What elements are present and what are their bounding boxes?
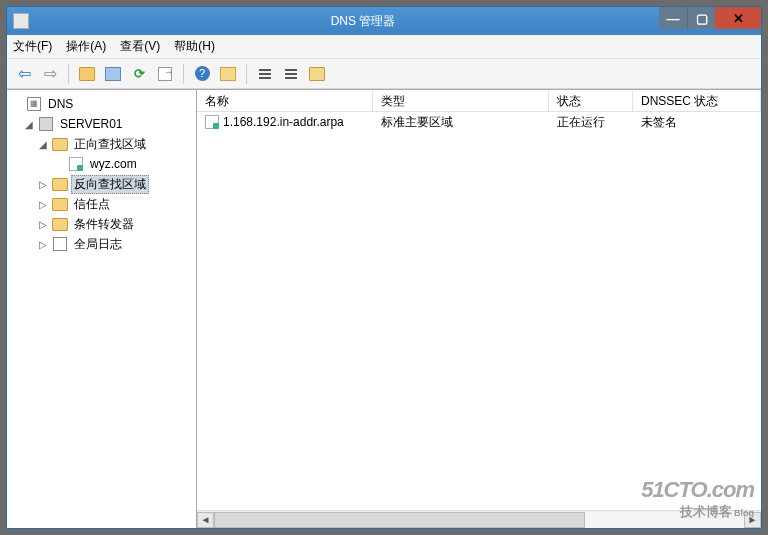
tree-label: 反向查找区域 (71, 175, 149, 194)
folder-icon (52, 138, 68, 151)
scroll-thumb[interactable] (214, 512, 585, 528)
menubar: 文件(F) 操作(A) 查看(V) 帮助(H) (7, 35, 761, 59)
expander-icon[interactable]: ▷ (37, 219, 49, 230)
maximize-button[interactable]: ▢ (687, 7, 715, 29)
tree-label: 全局日志 (71, 235, 125, 254)
window-controls: — ▢ ✕ (659, 7, 761, 29)
tree-zone-wyz[interactable]: wyz.com (7, 154, 196, 174)
horizontal-scrollbar[interactable]: ◄ ► (197, 510, 761, 528)
export-button[interactable] (154, 63, 176, 85)
tree-label: wyz.com (87, 156, 140, 172)
tree-label: 条件转发器 (71, 215, 137, 234)
titlebar[interactable]: DNS 管理器 — ▢ ✕ (7, 7, 761, 35)
expander-icon[interactable]: ◢ (37, 139, 49, 150)
cell-dnssec: 未签名 (633, 114, 761, 131)
close-button[interactable]: ✕ (715, 7, 761, 29)
zone-icon (205, 115, 219, 129)
tree-trust-points[interactable]: ▷ 信任点 (7, 194, 196, 214)
scroll-right-button[interactable]: ► (744, 512, 761, 528)
folder-icon (52, 198, 68, 211)
tree-conditional-forwarders[interactable]: ▷ 条件转发器 (7, 214, 196, 234)
tree-pane[interactable]: ▦ DNS ◢ SERVER01 ◢ 正向查找区域 wyz.com ▷ (7, 90, 197, 528)
expander-icon[interactable]: ◢ (23, 119, 35, 130)
tree-server[interactable]: ◢ SERVER01 (7, 114, 196, 134)
log-icon (53, 237, 67, 251)
cell-state: 正在运行 (549, 114, 633, 131)
list-header: 名称 类型 状态 DNSSEC 状态 (197, 90, 761, 112)
expander-icon[interactable]: ▷ (37, 239, 49, 250)
dns-manager-window: DNS 管理器 — ▢ ✕ 文件(F) 操作(A) 查看(V) 帮助(H) ⇦ … (6, 6, 762, 529)
folder-icon (52, 218, 68, 231)
folder-icon (52, 178, 68, 191)
help-button[interactable]: ? (191, 63, 213, 85)
minimize-button[interactable]: — (659, 7, 687, 29)
menu-file[interactable]: 文件(F) (13, 38, 52, 55)
dns-icon: ▦ (27, 97, 41, 111)
up-folder-button[interactable] (76, 63, 98, 85)
app-icon (13, 13, 29, 29)
expander-icon[interactable]: ▷ (37, 199, 49, 210)
menu-help[interactable]: 帮助(H) (174, 38, 215, 55)
back-button[interactable]: ⇦ (13, 63, 35, 85)
forward-button[interactable]: ⇨ (39, 63, 61, 85)
cell-type: 标准主要区域 (373, 114, 549, 131)
tree-label: DNS (45, 96, 76, 112)
main-area: ▦ DNS ◢ SERVER01 ◢ 正向查找区域 wyz.com ▷ (7, 89, 761, 528)
zone-icon (69, 157, 83, 171)
tree-label: 信任点 (71, 195, 113, 214)
tree-label: SERVER01 (57, 116, 125, 132)
menu-actions[interactable]: 操作(A) (66, 38, 106, 55)
view-list-button[interactable] (254, 63, 276, 85)
view-details-button[interactable] (280, 63, 302, 85)
server-icon (39, 117, 53, 131)
tree-root-dns[interactable]: ▦ DNS (7, 94, 196, 114)
list-row[interactable]: 1.168.192.in-addr.arpa 标准主要区域 正在运行 未签名 (197, 112, 761, 132)
toolbar-separator (183, 64, 184, 84)
column-header-type[interactable]: 类型 (373, 90, 549, 111)
tree-forward-zones[interactable]: ◢ 正向查找区域 (7, 134, 196, 154)
refresh-button[interactable]: ⟳ (128, 63, 150, 85)
scroll-left-button[interactable]: ◄ (197, 512, 214, 528)
view-tiles-button[interactable] (306, 63, 328, 85)
tree-global-logs[interactable]: ▷ 全局日志 (7, 234, 196, 254)
list-body[interactable]: 1.168.192.in-addr.arpa 标准主要区域 正在运行 未签名 (197, 112, 761, 510)
content-pane: 名称 类型 状态 DNSSEC 状态 1.168.192.in-addr.arp… (197, 90, 761, 528)
column-header-state[interactable]: 状态 (549, 90, 633, 111)
expander-icon[interactable]: ▷ (37, 179, 49, 190)
toolbar-separator (68, 64, 69, 84)
properties-button[interactable] (102, 63, 124, 85)
menu-view[interactable]: 查看(V) (120, 38, 160, 55)
column-header-name[interactable]: 名称 (197, 90, 373, 111)
toolbar-separator (246, 64, 247, 84)
tree-label: 正向查找区域 (71, 135, 149, 154)
toolbar: ⇦ ⇨ ⟳ ? (7, 59, 761, 89)
show-hide-tree-button[interactable] (217, 63, 239, 85)
window-title: DNS 管理器 (35, 13, 761, 30)
tree-reverse-zones[interactable]: ▷ 反向查找区域 (7, 174, 196, 194)
column-header-dnssec[interactable]: DNSSEC 状态 (633, 90, 761, 111)
scroll-track[interactable] (214, 512, 744, 528)
cell-name: 1.168.192.in-addr.arpa (223, 115, 344, 129)
